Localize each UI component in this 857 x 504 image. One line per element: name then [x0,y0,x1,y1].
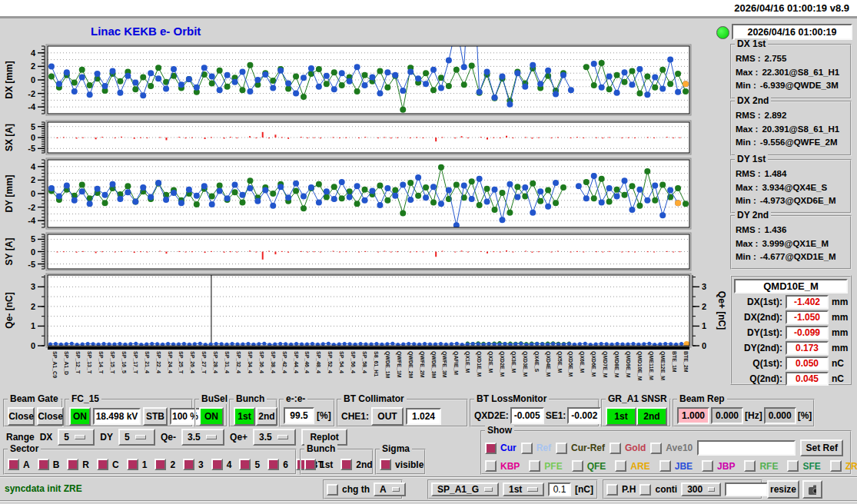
beam-gate-close-button-2[interactable]: Close [37,407,64,426]
svg-text:QX1E_M: QX1E_M [464,351,470,373]
svg-text:SP_31_4: SP_31_4 [224,351,230,373]
bunch-1st-button[interactable]: 1st [234,407,255,426]
sector-checkbox-C[interactable] [97,459,108,470]
svg-text:2: 2 [31,175,35,184]
set-ref-input[interactable] [697,440,796,456]
ph-checkbox[interactable] [606,484,618,496]
show-checkbox-Cur[interactable] [485,443,497,454]
svg-text:QX6E_M: QX6E_M [579,351,585,373]
dropdown-indicator-icon [392,487,400,492]
show-label-Ave10: Ave10 [666,443,693,453]
bunch-select-label-2nd: 2nd [356,459,372,470]
svg-text:0: 0 [31,189,35,198]
show-checkbox-SFE[interactable] [787,460,799,472]
set-ref-button[interactable]: Set Ref [800,439,843,456]
show-checkbox-RFE[interactable] [744,460,756,472]
statusbar-text-input[interactable] [725,482,768,496]
group-title: FC_15 [69,393,101,404]
sector-checkbox-4[interactable] [211,459,223,470]
conti-checkbox[interactable] [639,484,651,496]
range-qep-dropdown[interactable]: 3.5 [253,429,296,446]
show-item-ZRE: ZRE [830,460,857,472]
max-value: 3.999@QX1E_M [762,237,829,251]
gr-a1-2nd-button[interactable]: 2nd [636,407,667,426]
qxd2e-label: QXD2E: [474,410,509,421]
sector-checkbox-B[interactable] [38,459,49,470]
sector-label-5: 5 [254,459,260,470]
busel-on-button[interactable]: ON [199,407,224,426]
fc15-on-button[interactable]: ON [69,407,91,426]
sector-item-6: 6 [267,459,288,470]
range-dx-dropdown[interactable]: 5 [58,429,95,446]
sector-checkbox-6[interactable] [267,459,279,470]
threshold-input[interactable]: 0.1 [548,482,571,496]
show-checkbox-Cur-Ref[interactable] [556,443,567,454]
svg-text:2: 2 [702,302,706,311]
bunch-1st-dropdown[interactable]: 1st [503,482,544,496]
show-checkbox-KBP[interactable] [485,460,497,472]
camera-button[interactable] [802,480,822,499]
sigma-item-visible: visible [380,459,424,470]
show-item-PFE: PFE [529,460,562,472]
horizontal-divider [0,500,857,502]
horizontal-divider [0,476,857,478]
qxd2e-value: -0.005 [510,407,544,424]
fc15-stb-button[interactable]: STB [143,407,168,426]
chg-th-a-dropdown[interactable]: A [374,482,406,496]
group-title: Sector [8,443,41,454]
max-value: 20.391@S8_61_H1 [762,123,839,137]
min-value: -4.973@QXD6E_M [760,194,836,208]
svg-text:SP_14_T: SP_14_T [98,351,104,374]
min-value: -6.939@QWDE_3M [760,79,839,93]
svg-text:5: 5 [31,234,35,244]
beam-gate-close-button-1[interactable]: Close [8,407,35,426]
svg-text:SP_54_4: SP_54_4 [339,351,344,373]
sector-item-B: B [38,459,60,470]
sp-a1-g-dropdown[interactable]: SP_A1_G [431,482,499,496]
bunch-2nd-button[interactable]: 2nd [256,407,277,426]
svg-text:SP_36_4: SP_36_4 [259,351,264,373]
sector-checkbox-A[interactable] [8,459,19,470]
sector-checkbox-5[interactable] [239,459,251,470]
range-qem-dropdown[interactable]: 3.5 [181,429,224,446]
fc15-kv-value: 18.498 kV [93,408,141,425]
show-checkbox-ARE[interactable] [615,460,626,472]
bunch-select-item-1st: 1st [304,459,333,470]
interval-300-dropdown[interactable]: 300 [681,482,721,496]
sector-checkbox-2[interactable] [154,459,166,470]
show-item-RFE: RFE [744,460,778,472]
show-checkbox-JBE[interactable] [659,460,671,472]
show-checkbox-PFE[interactable] [529,460,540,472]
show-checkbox-JBP[interactable] [702,460,713,472]
show-item-Ave10: Ave10 [650,443,693,454]
range-dy-dropdown[interactable]: 5 [118,429,155,446]
show-checkbox-QFE[interactable] [572,460,583,472]
monitor-title: QMD10E_M [734,279,848,293]
svg-text:-4: -4 [28,216,36,225]
bunch-select-checkbox-1st[interactable] [304,459,316,470]
show-checkbox-Ave10[interactable] [650,443,662,454]
resize-button[interactable]: resize [767,480,799,499]
monitor-row-unit: nC [832,358,844,369]
che1-out-button[interactable]: OUT [371,407,404,426]
monitor-row-unit: mm [832,297,848,307]
show-item-Cur: Cur [485,443,517,454]
svg-text:SP_38_4: SP_38_4 [271,351,276,373]
monitor-row-value: 0.050 [786,356,829,370]
gr-a1-1st-button[interactable]: 1st [606,407,636,426]
monitor-row-label: DX(1st): [733,297,782,307]
svg-text:SP_42_4: SP_42_4 [282,351,287,373]
monitor-row-value: -1.402 [786,295,829,309]
bunch-select-checkbox-2nd[interactable] [340,459,352,470]
sector-checkbox-R[interactable] [67,459,78,470]
sigma-checkbox-visible[interactable] [380,459,391,470]
svg-text:SP_16_5: SP_16_5 [121,351,127,373]
status-led-icon [716,26,729,39]
show-checkbox-ZRE[interactable] [830,460,842,472]
svg-text:SP_28_4: SP_28_4 [213,351,218,373]
sector-checkbox-3[interactable] [183,459,194,470]
show-checkbox-Gold[interactable] [610,443,621,454]
sector-checkbox-1[interactable] [127,459,138,470]
show-checkbox-Ref[interactable] [521,443,533,454]
chg-th-checkbox[interactable] [327,484,338,496]
